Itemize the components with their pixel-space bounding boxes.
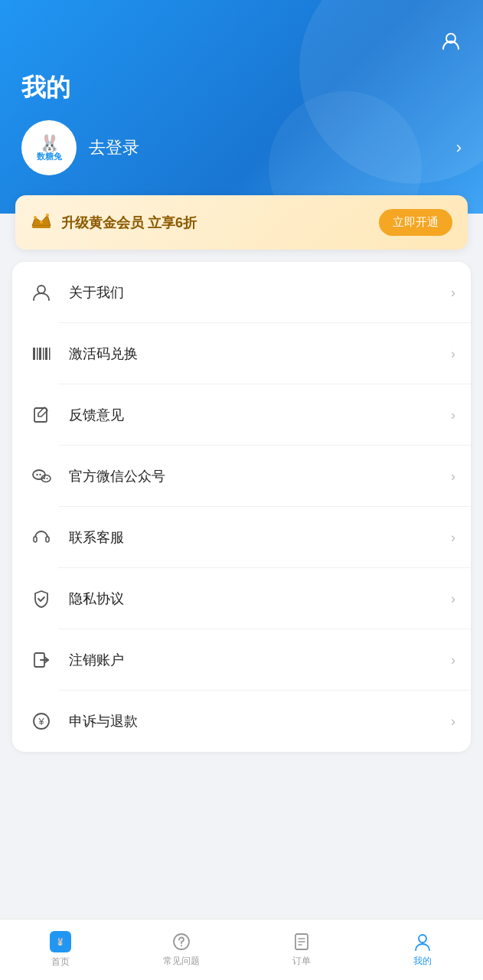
headphone-icon (31, 527, 52, 548)
header-top-row (21, 31, 462, 57)
menu-item-wechat[interactable]: 官方微信公众号 › (12, 446, 471, 507)
orders-nav-label: 订单 (292, 955, 311, 968)
refund-label: 申诉与退款 (69, 712, 451, 730)
activate-label: 激活码兑换 (69, 345, 451, 363)
menu-item-feedback[interactable]: 反馈意见 › (12, 384, 471, 446)
svg-point-15 (36, 474, 38, 475)
svg-point-0 (446, 34, 455, 43)
svg-point-2 (34, 216, 37, 219)
menu-item-cancel-account[interactable]: 注销账户 › (12, 629, 471, 691)
home-nav-label: 首页 (51, 956, 70, 969)
svg-rect-6 (33, 348, 35, 360)
page-title: 我的 (21, 71, 462, 105)
bottom-nav: 🐰 首页 常见问题 订单 我的 (0, 919, 483, 980)
svg-point-13 (33, 470, 45, 479)
svg-rect-12 (34, 408, 47, 422)
svg-rect-8 (39, 348, 41, 360)
nav-item-home[interactable]: 🐰 首页 (0, 920, 121, 980)
svg-point-31 (419, 935, 426, 942)
wechat-chevron-icon: › (451, 469, 455, 485)
about-chevron-icon: › (451, 285, 455, 301)
cancel-account-chevron-icon: › (451, 652, 455, 668)
support-chevron-icon: › (451, 530, 455, 546)
refund-chevron-icon: › (451, 714, 455, 730)
person-icon (31, 282, 52, 303)
svg-rect-1 (32, 226, 51, 228)
menu-item-refund[interactable]: ¥ 申诉与退款 › (12, 691, 471, 752)
svg-rect-7 (37, 348, 38, 360)
svg-point-3 (40, 220, 43, 224)
login-button[interactable]: 去登录 (89, 136, 444, 159)
vip-text: 升级黄金会员 立享6折 (61, 214, 370, 232)
svg-rect-10 (45, 348, 47, 360)
svg-rect-9 (43, 348, 44, 360)
svg-rect-11 (49, 348, 51, 360)
privacy-chevron-icon: › (451, 591, 455, 607)
svg-point-26 (181, 945, 182, 946)
customer-service-icon[interactable] (440, 31, 462, 57)
wechat-label: 官方微信公众号 (69, 467, 451, 485)
menu-item-activate[interactable]: 激活码兑换 › (12, 323, 471, 384)
menu-item-privacy[interactable]: 隐私协议 › (12, 568, 471, 629)
svg-point-16 (39, 474, 41, 475)
faq-nav-label: 常见问题 (163, 955, 200, 968)
svg-point-18 (47, 478, 48, 479)
nav-item-mine[interactable]: 我的 (362, 920, 483, 980)
privacy-label: 隐私协议 (69, 590, 451, 608)
mine-nav-label: 我的 (413, 955, 432, 968)
menu-item-support[interactable]: 联系客服 › (12, 507, 471, 568)
cancel-account-label: 注销账户 (69, 651, 451, 669)
login-chevron-icon: › (456, 138, 462, 158)
home-logo-icon: 🐰 (50, 931, 71, 952)
svg-point-5 (38, 286, 45, 293)
user-row[interactable]: 🐰 数糖兔 去登录 › (21, 120, 462, 175)
nav-item-faq[interactable]: 常见问题 (121, 920, 242, 980)
avatar: 🐰 数糖兔 (21, 120, 77, 175)
edit-icon (31, 404, 52, 426)
nav-item-orders[interactable]: 订单 (242, 920, 363, 980)
vip-activate-button[interactable]: 立即开通 (379, 209, 452, 236)
activate-chevron-icon: › (451, 346, 455, 362)
menu-item-about[interactable]: 关于我们 › (12, 262, 471, 323)
crown-icon (31, 211, 52, 234)
barcode-icon (31, 343, 52, 364)
about-label: 关于我们 (69, 283, 451, 302)
yen-icon: ¥ (31, 710, 52, 732)
svg-point-17 (44, 478, 45, 479)
support-label: 联系客服 (69, 528, 451, 547)
feedback-chevron-icon: › (451, 407, 455, 423)
mine-icon (413, 932, 432, 952)
faq-icon (171, 932, 191, 952)
orders-icon (292, 932, 312, 952)
vip-banner[interactable]: 升级黄金会员 立享6折 立即开通 (15, 195, 468, 250)
svg-text:¥: ¥ (38, 716, 44, 727)
wechat-icon (31, 466, 52, 487)
shield-icon (31, 588, 52, 609)
svg-rect-20 (46, 537, 49, 542)
svg-point-4 (46, 214, 49, 217)
header-section: 我的 🐰 数糖兔 去登录 › (0, 0, 483, 214)
menu-section: 关于我们 › 激活码兑换 › (12, 262, 471, 752)
feedback-label: 反馈意见 (69, 406, 451, 424)
svg-rect-19 (34, 537, 37, 542)
logout-icon (31, 649, 52, 671)
